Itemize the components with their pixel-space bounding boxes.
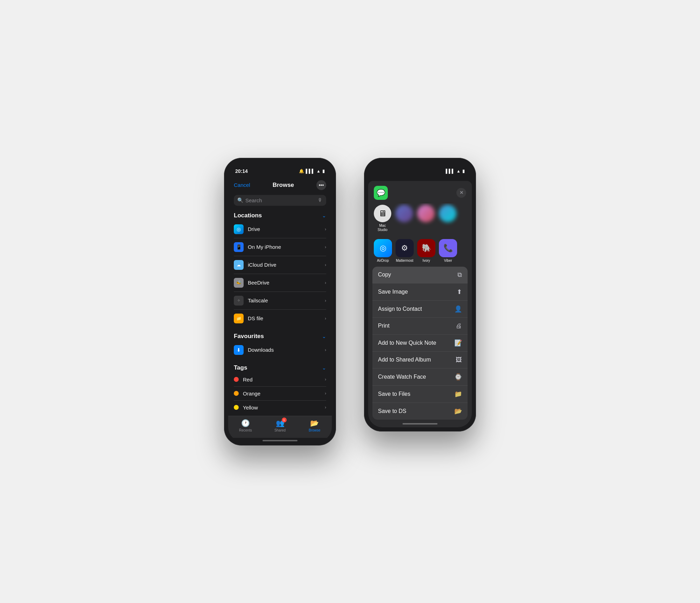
watch-face-label: Create Watch Face xyxy=(378,374,426,380)
yellow-tag-label: Yellow xyxy=(243,405,321,411)
action-quick-note[interactable]: Add to New Quick Note 📝 xyxy=(372,335,468,352)
beedrive-label: BeeDrive xyxy=(248,280,321,286)
locations-chevron[interactable]: ⌄ xyxy=(322,213,326,218)
app-mattermost[interactable]: ⚙ Mattermost xyxy=(396,239,414,262)
status-icons-2: ▌▌▌ ▲ ▮ xyxy=(446,169,465,174)
app-viber[interactable]: 📞 Viber xyxy=(439,239,457,262)
search-bar[interactable]: 🔍 Search 🎙 xyxy=(234,195,326,206)
beedrive-icon: 🐝 xyxy=(234,278,244,288)
notch-1 xyxy=(259,162,301,172)
browse-title: Browse xyxy=(273,182,294,189)
iphone-chevron: › xyxy=(325,245,326,250)
apps-row: ◎ AirDrop ⚙ Mattermost 🐘 xyxy=(368,236,472,267)
tab-recents[interactable]: 🕐 Recents xyxy=(228,419,263,432)
more-icon: ••• xyxy=(319,182,324,188)
cancel-button[interactable]: Cancel xyxy=(234,182,250,188)
tab-shared[interactable]: 👥 1 Shared xyxy=(263,419,298,432)
downloads-chevron: › xyxy=(325,348,326,352)
iphone-label: On My iPhone xyxy=(248,244,321,250)
close-icon: ✕ xyxy=(460,190,463,195)
recents-icon: 🕐 xyxy=(241,419,250,427)
action-assign-contact[interactable]: Assign to Contact 👤 xyxy=(372,301,468,318)
shared-album-icon: 🖼 xyxy=(456,356,462,364)
status-time-1: 20:14 xyxy=(235,168,248,174)
search-input[interactable]: Search xyxy=(245,197,316,203)
person1-avatar xyxy=(396,205,413,222)
person3-avatar xyxy=(439,205,456,222)
phone-2: ▌▌▌ ▲ ▮ 💬 ✕ xyxy=(364,158,476,432)
quick-note-icon: 📝 xyxy=(454,339,462,347)
airdrop-label: AirDrop xyxy=(377,259,389,262)
copy-label: Copy xyxy=(378,272,391,278)
tab-browse[interactable]: 📂 Browse xyxy=(297,419,332,432)
action-save-image[interactable]: Save Image ⬆ xyxy=(372,283,468,301)
more-button[interactable]: ••• xyxy=(316,180,326,190)
tags-title: Tags xyxy=(234,364,247,371)
list-item-downloads[interactable]: ⬇ Downloads › xyxy=(234,341,326,359)
orange-tag-chevron: › xyxy=(325,391,326,396)
ivory-icon: 🐘 xyxy=(417,239,435,257)
home-indicator-2 xyxy=(402,423,438,425)
action-print[interactable]: Print 🖨 xyxy=(372,318,468,335)
search-icon: 🔍 xyxy=(237,197,243,203)
mac-studio-label: MacStudio xyxy=(378,224,387,232)
phone-1-screen: 20:14 🔔 ▌▌▌ ▲ ▮ Cancel Browse ••• xyxy=(228,162,332,441)
contact-person-3[interactable] xyxy=(439,205,456,232)
list-item-icloud[interactable]: ☁ iCloud Drive › xyxy=(234,256,326,274)
contact-mac-studio[interactable]: 🖥 MacStudio xyxy=(374,205,391,232)
list-item-dsfile[interactable]: 📁 DS file › xyxy=(234,310,326,327)
red-tag-label: Red xyxy=(243,377,321,383)
icloud-chevron: › xyxy=(325,262,326,267)
list-item-red[interactable]: Red › xyxy=(234,373,326,387)
app-airdrop[interactable]: ◎ AirDrop xyxy=(374,239,392,262)
copy-icon: ⧉ xyxy=(457,271,462,279)
favourites-title: Favourites xyxy=(234,333,264,340)
list-item-yellow[interactable]: Yellow › xyxy=(234,401,326,414)
viber-label: Viber xyxy=(444,259,452,262)
drive-label: Drive xyxy=(248,226,321,232)
notch-2 xyxy=(399,162,441,172)
save-ds-label: Save to DS xyxy=(378,408,406,414)
list-item-iphone[interactable]: 📱 On My iPhone › xyxy=(234,238,326,256)
yellow-tag-dot xyxy=(234,405,239,410)
contact-person-2[interactable] xyxy=(417,205,435,232)
save-files-label: Save to Files xyxy=(378,391,410,397)
shared-album-label: Add to Shared Album xyxy=(378,357,431,363)
list-item-orange[interactable]: Orange › xyxy=(234,387,326,401)
battery-icon-2: ▮ xyxy=(462,169,465,174)
iphone-icon: 📱 xyxy=(234,242,244,252)
action-save-ds[interactable]: Save to DS 📂 xyxy=(372,403,468,420)
action-watch-face[interactable]: Create Watch Face ⌚ xyxy=(372,369,468,386)
airdrop-icon: ◎ xyxy=(374,239,392,257)
contact-person-1[interactable] xyxy=(396,205,413,232)
shared-badge-container: 👥 1 xyxy=(276,419,285,427)
share-sheet-header: 💬 ✕ xyxy=(368,181,472,203)
app-ivory[interactable]: 🐘 Ivory xyxy=(417,239,435,262)
tags-chevron[interactable]: ⌄ xyxy=(322,365,326,371)
action-shared-album[interactable]: Add to Shared Album 🖼 xyxy=(372,352,468,369)
action-save-files[interactable]: Save to Files 📁 xyxy=(372,386,468,403)
tab-bar: 🕐 Recents 👥 1 Shared 📂 Browse xyxy=(228,416,332,438)
tailscale-icon: ⁘ xyxy=(234,296,244,306)
save-files-icon: 📁 xyxy=(454,390,462,398)
browse-label: Browse xyxy=(309,428,320,432)
screen-2: ▌▌▌ ▲ ▮ 💬 ✕ xyxy=(368,162,472,427)
list-item-drive[interactable]: ◎ Drive › xyxy=(234,220,326,238)
tags-section: Tags ⌄ Red › Orange › Y xyxy=(228,360,332,416)
signal-icon-2: ▌▌▌ xyxy=(446,169,455,174)
scene: 20:14 🔔 ▌▌▌ ▲ ▮ Cancel Browse ••• xyxy=(196,130,504,474)
wifi-icon: ▲ xyxy=(316,169,321,174)
favourites-header: Favourites ⌄ xyxy=(234,333,326,340)
locations-title: Locations xyxy=(234,212,262,219)
dsfile-chevron: › xyxy=(325,316,326,321)
share-close-button[interactable]: ✕ xyxy=(456,188,466,198)
list-item-beedrive[interactable]: 🐝 BeeDrive › xyxy=(234,274,326,292)
action-copy[interactable]: Copy ⧉ xyxy=(372,267,468,283)
tags-header: Tags ⌄ xyxy=(234,364,326,371)
list-item-tailscale[interactable]: ⁘ Tailscale › xyxy=(234,292,326,310)
downloads-icon: ⬇ xyxy=(234,345,244,355)
favourites-chevron[interactable]: ⌄ xyxy=(322,334,326,339)
mattermost-icon: ⚙ xyxy=(396,239,414,257)
status-icons-1: 🔔 ▌▌▌ ▲ ▮ xyxy=(299,169,325,174)
signal-icon: ▌▌▌ xyxy=(306,169,315,174)
